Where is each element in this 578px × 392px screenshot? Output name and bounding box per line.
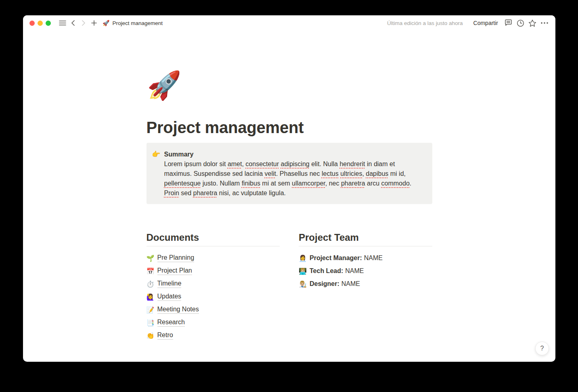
clapping-hands-icon: 👏 bbox=[147, 332, 155, 340]
misspelled-word: hendrerit bbox=[339, 161, 365, 167]
misspelled-word: pellentesque bbox=[164, 180, 201, 187]
page-canvas: 🚀 Project management 👉 Summary Lorem ips… bbox=[23, 31, 555, 362]
misspelled-word: velit bbox=[265, 170, 276, 177]
forward-button[interactable] bbox=[78, 18, 89, 28]
rocket-icon: 🚀 bbox=[103, 20, 109, 26]
misspelled-word: lectus bbox=[322, 170, 339, 177]
team-member-row: 👩‍💼 Project Manager: NAME bbox=[299, 252, 432, 265]
misspelled-word: ullamcorper bbox=[292, 180, 325, 187]
tab-title: Project management bbox=[112, 20, 163, 26]
breadcrumb-tab[interactable]: 🚀 Project management bbox=[103, 20, 163, 26]
man-technologist-icon: 👨🏼‍💻 bbox=[299, 267, 308, 275]
misspelled-word: adipiscing bbox=[281, 161, 310, 167]
document-link-label: Meeting Notes bbox=[157, 306, 199, 314]
minimize-window-button[interactable] bbox=[38, 21, 43, 26]
document-link-label: Project Plan bbox=[157, 267, 192, 275]
summary-text-segment: , bbox=[362, 170, 366, 177]
documents-heading: Documents bbox=[147, 231, 280, 246]
calendar-icon: 📅 bbox=[147, 267, 155, 275]
pointing-right-icon: 👉 bbox=[151, 150, 161, 159]
last-edited-status: Última edición a las justo ahora bbox=[387, 20, 463, 26]
project-team-heading: Project Team bbox=[299, 231, 432, 246]
document-link[interactable]: 🌱 Pre Planning bbox=[147, 252, 280, 265]
document-link-label: Research bbox=[157, 319, 185, 327]
document-link[interactable]: 👏 Retro bbox=[147, 329, 280, 342]
documents-column: Documents 🌱 Pre Planning 📅 Project Plan … bbox=[147, 231, 280, 342]
document-link[interactable]: 📝 Meeting Notes bbox=[147, 303, 280, 316]
close-window-button[interactable] bbox=[29, 21, 35, 26]
bookmark-tabs-icon: 📑 bbox=[147, 319, 155, 327]
help-button[interactable]: ? bbox=[535, 342, 549, 355]
document-link[interactable]: 📅 Project Plan bbox=[147, 265, 280, 277]
document-link[interactable]: 📑 Research bbox=[147, 316, 280, 329]
misspelled-word: dapibus bbox=[366, 170, 388, 177]
summary-text-segment: elit. Nulla bbox=[310, 161, 340, 167]
summary-text-segment: Lorem ipsum dolor sit bbox=[164, 161, 228, 167]
summary-text-segment: mi at sem bbox=[260, 180, 292, 187]
misspelled-word: Proin bbox=[164, 190, 179, 196]
document-link[interactable]: ⏱️ Timeline bbox=[147, 277, 280, 290]
misspelled-word: commodo bbox=[381, 180, 410, 187]
summary-text: Lorem ipsum dolor sit amet, consectetur … bbox=[164, 159, 419, 198]
summary-text-segment: . Phasellus nec bbox=[276, 170, 322, 177]
summary-heading: Summary bbox=[164, 150, 419, 159]
summary-text-segment: nisi, ac vulputate ligula. bbox=[217, 190, 286, 196]
team-member-role: Designer: bbox=[310, 280, 339, 288]
favorite-star-icon[interactable] bbox=[527, 18, 538, 28]
summary-text-segment: mi id, bbox=[388, 170, 406, 177]
team-member-row: 👨🏼‍💻 Tech Lead: NAME bbox=[299, 265, 432, 277]
summary-text-segment: , nec bbox=[325, 180, 341, 187]
document-link-label: Timeline bbox=[157, 280, 182, 288]
document-link-label: Retro bbox=[157, 332, 173, 340]
team-list: 👩‍💼 Project Manager: NAME 👨🏼‍💻 Tech Lead… bbox=[299, 252, 432, 290]
man-artist-icon: 👨🏼‍🎨 bbox=[299, 280, 308, 288]
page-rocket-icon[interactable]: 🚀 bbox=[147, 69, 432, 101]
team-member-name: NAME bbox=[345, 267, 364, 275]
misspelled-word: pharetra bbox=[341, 180, 365, 187]
woman-office-worker-icon: 👩‍💼 bbox=[299, 254, 308, 262]
misspelled-word: ultricies bbox=[340, 170, 362, 177]
misspelled-word: pharetra bbox=[193, 190, 218, 196]
more-options-icon[interactable] bbox=[539, 18, 550, 28]
summary-text-segment: sed bbox=[179, 190, 193, 196]
sidebar-menu-icon[interactable] bbox=[57, 18, 68, 28]
back-button[interactable] bbox=[68, 18, 78, 28]
stopwatch-icon: ⏱️ bbox=[147, 280, 155, 288]
new-tab-button[interactable] bbox=[89, 18, 99, 28]
document-link-label: Pre Planning bbox=[157, 254, 195, 262]
team-member-name: NAME bbox=[341, 280, 360, 288]
woman-raising-hand-icon: 🙋‍♀️ bbox=[147, 293, 155, 301]
page-title[interactable]: Project management bbox=[147, 118, 432, 137]
app-window: 🚀 Project management Última edición a la… bbox=[23, 15, 555, 362]
team-member-role: Tech Lead: bbox=[310, 267, 343, 275]
documents-list: 🌱 Pre Planning 📅 Project Plan ⏱️ Timelin… bbox=[147, 252, 280, 342]
team-member-row: 👨🏼‍🎨 Designer: NAME bbox=[299, 277, 432, 290]
summary-text-segment: arcu bbox=[365, 180, 381, 187]
seedling-icon: 🌱 bbox=[147, 254, 155, 262]
misspelled-word: finibus bbox=[242, 180, 260, 187]
misspelled-word: amet bbox=[228, 161, 242, 167]
summary-text-segment: justo. Nullam bbox=[201, 180, 241, 187]
document-link[interactable]: 🙋‍♀️ Updates bbox=[147, 290, 280, 303]
project-team-column: Project Team 👩‍💼 Project Manager: NAME 👨… bbox=[299, 231, 432, 342]
team-member-name: NAME bbox=[364, 254, 383, 262]
team-member-role: Project Manager: bbox=[310, 254, 362, 262]
window-controls bbox=[29, 21, 51, 26]
history-clock-icon[interactable] bbox=[515, 18, 526, 28]
share-button[interactable]: Compartir bbox=[470, 18, 501, 28]
document-link-label: Updates bbox=[157, 293, 182, 301]
summary-text-segment: . bbox=[410, 180, 411, 187]
summary-callout[interactable]: 👉 Summary Lorem ipsum dolor sit amet, co… bbox=[147, 143, 432, 204]
zoom-window-button[interactable] bbox=[46, 21, 51, 26]
comments-icon[interactable] bbox=[503, 18, 513, 28]
misspelled-word: consectetur bbox=[245, 161, 279, 167]
titlebar: 🚀 Project management Última edición a la… bbox=[23, 15, 555, 31]
memo-icon: 📝 bbox=[147, 306, 155, 314]
